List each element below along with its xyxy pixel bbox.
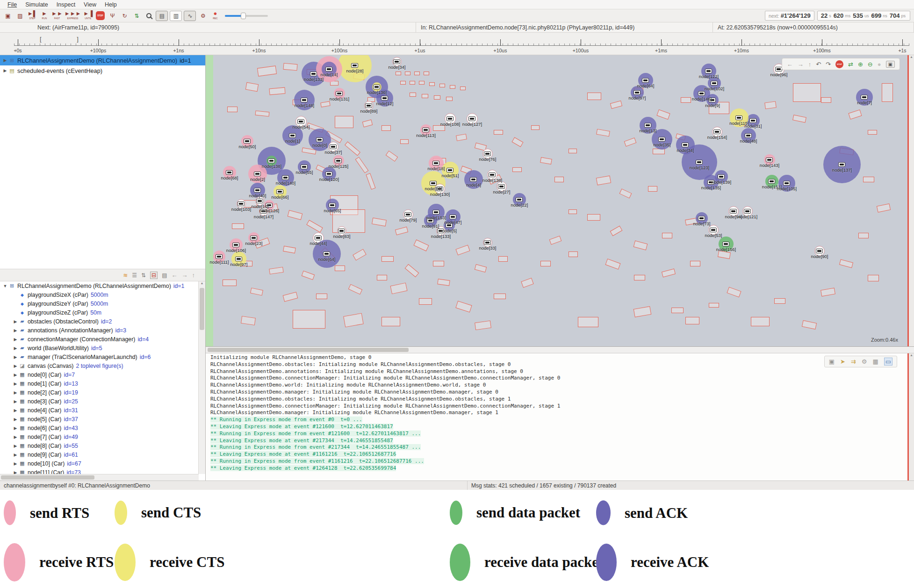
tree-row[interactable]: ▶▦node[11] (Car)id=73 xyxy=(0,468,199,474)
car-icon[interactable] xyxy=(713,129,720,134)
car-icon[interactable] xyxy=(393,59,400,64)
tree-row[interactable]: ▶▦node[7] (Car)id=49 xyxy=(0,432,199,441)
canvas-horizontal-scrollbar[interactable] xyxy=(206,347,914,353)
filter-icon[interactable]: ➤ xyxy=(840,358,845,365)
car-icon[interactable] xyxy=(254,188,261,193)
car-icon[interactable] xyxy=(329,203,336,208)
car-icon[interactable] xyxy=(718,174,725,179)
car-icon[interactable] xyxy=(705,69,712,73)
car-icon[interactable] xyxy=(301,165,308,169)
car-icon[interactable] xyxy=(470,177,477,182)
forward-icon[interactable]: → xyxy=(798,61,804,68)
event-timeline[interactable]: [ ] +0s+100ps+1ns+10ns+100ns+1us+10us+10… xyxy=(0,33,914,55)
tree-row[interactable]: ▶▤scheduled-events (cEventHeap) xyxy=(0,65,205,76)
group-mode-icon[interactable]: ⇅ xyxy=(141,272,146,279)
car-icon[interactable] xyxy=(432,161,439,165)
car-icon[interactable] xyxy=(744,209,751,214)
run-module-icon[interactable]: ↶ xyxy=(816,61,821,68)
children-mode-icon[interactable]: ▤ xyxy=(162,272,167,279)
simulation-map[interactable]: node[34]node[28]node[133]node[14]node[13… xyxy=(213,55,897,347)
run-icon[interactable]: ►RUN xyxy=(39,11,50,21)
car-icon[interactable] xyxy=(325,67,332,72)
hide-banners-icon[interactable]: ⇉ xyxy=(851,358,856,365)
scrollbar-thumb[interactable] xyxy=(1,475,94,480)
car-icon[interactable] xyxy=(745,133,752,138)
menu-simulate[interactable]: Simulate xyxy=(22,1,52,8)
car-icon[interactable] xyxy=(633,90,641,95)
split-vertical-icon[interactable]: ▥ xyxy=(170,11,182,21)
expand-arrow-icon[interactable]: ▶ xyxy=(12,452,19,457)
car-icon[interactable] xyxy=(282,175,289,180)
car-icon[interactable] xyxy=(711,81,718,86)
car-icon[interactable] xyxy=(766,158,773,162)
fast-run-icon[interactable]: ►►FAST xyxy=(51,11,63,21)
tree-row[interactable]: ▶◪canvas (cCanvas)2 toplevel figure(s) xyxy=(0,361,199,370)
debug-next-event-icon[interactable]: Ψ xyxy=(107,11,117,21)
express-run-icon[interactable]: ►►►EXPRESS xyxy=(65,11,81,21)
new-network-icon[interactable]: ▣ xyxy=(3,11,13,21)
expand-arrow-icon[interactable]: ▶ xyxy=(12,337,19,342)
car-icon[interactable] xyxy=(268,158,275,163)
car-icon[interactable] xyxy=(330,144,337,149)
expand-arrow-icon[interactable]: ▶ xyxy=(12,435,19,439)
car-icon[interactable] xyxy=(775,67,782,72)
expand-arrow-icon[interactable]: ▼ xyxy=(2,284,8,288)
car-icon[interactable] xyxy=(722,242,729,246)
car-icon[interactable] xyxy=(710,228,717,232)
car-icon[interactable] xyxy=(315,236,322,240)
car-icon[interactable] xyxy=(237,201,245,206)
tree-row[interactable]: ▶▦node[3] (Car)id=25 xyxy=(0,397,199,406)
tree-row[interactable]: ▶▦node[8] (Car)id=55 xyxy=(0,441,199,450)
log-vertical-scrollbar[interactable]: ▲ xyxy=(907,353,914,480)
car-icon[interactable] xyxy=(254,172,261,176)
stop-module-icon[interactable]: STOP xyxy=(835,60,843,68)
car-icon[interactable] xyxy=(335,158,342,163)
expand-arrow-icon[interactable]: ▶ xyxy=(12,346,19,351)
tree-row[interactable]: ◆playgroundSizeZ (cPar)50m xyxy=(0,308,199,317)
car-icon[interactable] xyxy=(861,95,868,100)
log-view-icon[interactable]: ▭ xyxy=(884,358,892,366)
rebuild-network-icon[interactable]: ⇅ xyxy=(131,11,142,21)
zoom-out-icon[interactable]: ⊖ xyxy=(868,61,873,68)
expand-arrow-icon[interactable]: ▶ xyxy=(12,328,19,333)
car-icon[interactable] xyxy=(696,160,703,165)
car-icon[interactable] xyxy=(351,63,358,68)
car-icon[interactable] xyxy=(325,172,332,176)
zoom-in-icon[interactable]: ⊕ xyxy=(858,61,863,68)
car-icon[interactable] xyxy=(430,181,437,186)
tree-row[interactable]: ▶▰annotations (AnnotationManager)id=3 xyxy=(0,326,199,335)
fast-module-icon[interactable]: ↷ xyxy=(826,61,831,68)
canvas-vertical-scrollbar[interactable]: ▲ xyxy=(907,55,914,346)
tree-row[interactable]: ▶▦node[6] (Car)id=43 xyxy=(0,423,199,432)
car-icon[interactable] xyxy=(323,251,330,256)
car-icon[interactable] xyxy=(301,98,308,102)
tree-row[interactable]: ▶▦node[2] (Car)id=19 xyxy=(0,388,199,397)
tree-row[interactable]: ▶▰connectionManager (ConnectionManager)i… xyxy=(0,335,199,344)
car-icon[interactable] xyxy=(336,91,343,96)
expand-arrow-icon[interactable]: ▶ xyxy=(12,444,19,448)
car-icon[interactable] xyxy=(735,115,742,120)
car-icon[interactable] xyxy=(232,243,239,247)
slider-handle[interactable] xyxy=(241,13,246,19)
car-icon[interactable] xyxy=(768,179,775,184)
record-icon[interactable]: ●REC xyxy=(210,11,220,21)
tree-row[interactable]: ▶▰world (BaseWorldUtility)id=5 xyxy=(0,344,199,352)
car-icon[interactable] xyxy=(256,199,263,203)
car-icon[interactable] xyxy=(365,103,372,108)
car-icon[interactable] xyxy=(226,170,233,175)
car-icon[interactable] xyxy=(422,128,429,132)
messages-view-icon[interactable]: ▦ xyxy=(872,358,878,365)
tree-row[interactable]: ▶▰manager (TraCIScenarioManagerLaunchd)i… xyxy=(0,352,199,361)
inspector-horizontal-scrollbar[interactable] xyxy=(0,474,199,480)
car-icon[interactable] xyxy=(297,119,304,124)
find-icon[interactable] xyxy=(144,11,154,21)
animation-speed-slider[interactable] xyxy=(225,15,268,17)
expand-arrow-icon[interactable]: ▶ xyxy=(12,399,19,404)
expand-arrow-icon[interactable]: ▶ xyxy=(12,364,19,368)
expand-arrow-icon[interactable]: ▶ xyxy=(2,68,8,73)
tree-row[interactable]: ▶▦node[5] (Car)id=37 xyxy=(0,415,199,423)
car-icon[interactable] xyxy=(730,209,737,214)
back-icon[interactable]: ← xyxy=(172,272,178,279)
menu-view[interactable]: View xyxy=(80,1,100,8)
menu-help[interactable]: Help xyxy=(101,1,121,8)
